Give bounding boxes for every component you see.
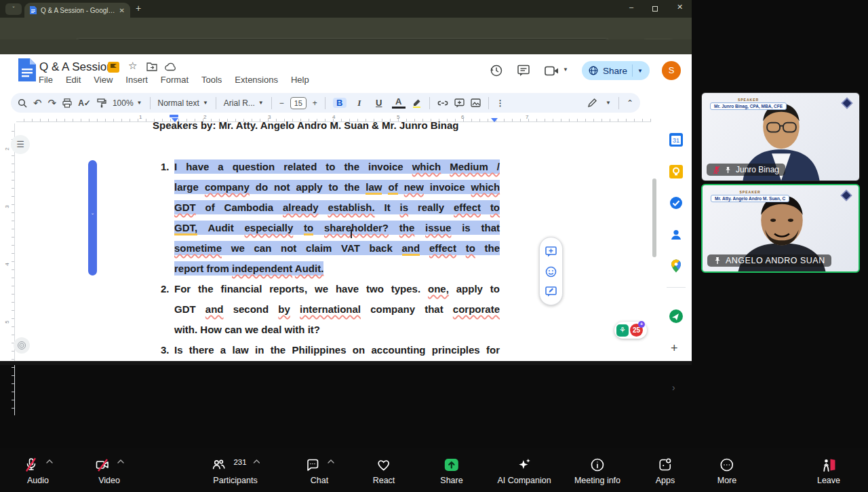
document-heading[interactable]: Speakers by: Mr. Atty. Angelo Andro M. S… (153, 119, 458, 131)
keep-icon[interactable] (669, 164, 684, 179)
meet-camera-icon[interactable] (545, 66, 559, 76)
bold-button[interactable]: B (333, 98, 347, 108)
zoom-apps-button[interactable]: Apps (656, 455, 675, 485)
share-dropdown-icon[interactable]: ▼ (637, 68, 643, 74)
undo-icon[interactable]: ↶ (33, 97, 42, 109)
zoom-react-button[interactable]: React (373, 455, 395, 485)
document-status-icon[interactable] (108, 62, 119, 73)
right-indent-marker[interactable] (491, 118, 498, 122)
font-size-decrease[interactable]: − (279, 98, 284, 108)
zoom-participants-button[interactable]: 231Participants (210, 455, 260, 485)
comments-icon[interactable] (517, 64, 530, 77)
document-line[interactable]: For the financial reports, we have two t… (174, 279, 500, 299)
docs-menu-extensions[interactable]: Extensions (235, 75, 278, 85)
document-title[interactable]: Q & A Session (39, 60, 113, 74)
version-history-icon[interactable] (490, 64, 503, 77)
share-button[interactable]: Share ▼ (582, 61, 650, 80)
chevron-up-icon[interactable] (117, 459, 124, 463)
video-tile-junro-binag[interactable]: SPEAKER Mr. Junro Binag, CPA, MBA, CFE J… (701, 92, 860, 181)
move-folder-icon[interactable] (146, 62, 157, 71)
video-tile-angelo-andro-suan[interactable]: SPEAKER Mr. Atty. Angelo Andro M. Suan, … (701, 184, 860, 273)
tab-search-button[interactable]: ˇ (5, 3, 22, 15)
search-icon[interactable] (18, 98, 27, 108)
docs-menu-format[interactable]: Format (161, 75, 189, 85)
italic-button[interactable]: I (353, 98, 366, 109)
zoom-more-button[interactable]: More (717, 455, 736, 485)
addon-icon[interactable] (669, 309, 684, 324)
zoom-share-button[interactable]: Share (440, 455, 462, 485)
collapse-toolbar-icon[interactable]: ⌃ (627, 98, 633, 108)
editing-mode-dropdown-icon[interactable]: ▼ (606, 100, 611, 106)
docs-menu-help[interactable]: Help (291, 75, 309, 85)
underline-button[interactable]: U (372, 98, 386, 108)
add-comment-fab-icon[interactable] (545, 246, 557, 257)
docs-menu-file[interactable]: File (39, 75, 53, 85)
document-line[interactable]: large company do not apply to the law of… (174, 177, 500, 197)
docs-menu-insert[interactable]: Insert (125, 75, 148, 85)
document-line[interactable]: GDT, Audit especially to shareholder? th… (174, 218, 500, 238)
document-line[interactable]: GDT and second by international company … (174, 299, 500, 320)
editing-mode-icon[interactable] (587, 98, 597, 108)
divider (150, 97, 151, 109)
hide-side-panel-icon[interactable]: › (672, 382, 675, 393)
chevron-up-icon[interactable] (46, 459, 53, 463)
calendar-icon[interactable]: 31 (669, 132, 684, 147)
redo-icon[interactable]: ↷ (48, 97, 57, 109)
add-comment-icon[interactable] (454, 98, 465, 108)
zoom-meeting-info-button[interactable]: Meeting info (574, 455, 620, 485)
selection-scroll-indicator[interactable]: ˇ (88, 160, 97, 276)
docs-account-avatar[interactable]: S (662, 61, 681, 80)
font-size-field[interactable]: 15 (290, 97, 307, 109)
suggest-edits-fab-icon[interactable] (545, 286, 557, 297)
maps-icon[interactable] (669, 259, 684, 273)
cloud-status-icon[interactable] (165, 62, 177, 71)
paragraph-style-select[interactable]: Normal text▼ (158, 98, 208, 108)
print-icon[interactable] (62, 98, 72, 108)
document-line[interactable]: sometime we can not claim VAT back and e… (174, 238, 500, 259)
zoom-ai-companion-button[interactable]: AI Companion (497, 455, 551, 485)
window-minimize-button[interactable]: – (629, 3, 633, 11)
star-icon[interactable]: ☆ (128, 60, 137, 72)
document-line[interactable]: I have a question related to the invoice… (174, 157, 500, 177)
extension-widget[interactable] (14, 337, 30, 354)
paint-format-icon[interactable] (97, 98, 106, 108)
tasks-icon[interactable] (669, 195, 684, 210)
window-maximize-button[interactable] (652, 5, 658, 13)
insert-link-icon[interactable] (437, 98, 448, 108)
new-tab-button[interactable]: + (136, 3, 141, 14)
toolbar-overflow-icon[interactable]: ⋮ (496, 98, 505, 108)
document-line[interactable]: GDT of Cambodia already establish. It is… (174, 197, 500, 218)
zoom-video-button[interactable]: Video (94, 455, 124, 485)
zoom-audio-button[interactable]: Audio (23, 455, 53, 485)
font-select[interactable]: Arial R...▼ (224, 98, 264, 108)
emoji-reaction-fab-icon[interactable] (545, 266, 557, 278)
insert-image-icon[interactable] (471, 98, 481, 107)
contacts-icon[interactable] (669, 227, 684, 242)
zoom-chat-button[interactable]: Chat (304, 455, 334, 485)
document-outline-button[interactable]: ☰ (11, 135, 30, 154)
docs-menu-tools[interactable]: Tools (201, 75, 222, 85)
highlight-color-icon[interactable] (412, 98, 422, 108)
chevron-up-icon[interactable] (328, 459, 334, 463)
tab-close-icon[interactable]: ✕ (119, 7, 125, 14)
document-line[interactable]: report from independent Audit. (174, 259, 500, 279)
vertical-ruler[interactable] (7, 124, 15, 415)
browser-tab[interactable]: Q & A Session - Google Docs ✕ (24, 3, 130, 18)
document-line[interactable]: with. How can we deal with it? (174, 320, 500, 340)
camera-dropdown-icon[interactable]: ▼ (563, 67, 568, 73)
google-docs-logo[interactable] (18, 58, 36, 81)
docs-menu-view[interactable]: View (94, 75, 113, 85)
font-size-increase[interactable]: + (313, 98, 317, 108)
window-close-button[interactable]: ✕ (677, 3, 683, 12)
text-color-button[interactable]: A (392, 97, 406, 109)
document-line[interactable]: Is there a law in the Philippines on acc… (174, 340, 500, 360)
get-addons-button[interactable]: + (671, 341, 678, 356)
left-indent-marker[interactable] (170, 115, 178, 117)
chevron-up-icon[interactable] (254, 459, 260, 463)
docs-menu-edit[interactable]: Edit (66, 75, 81, 85)
zoom-select[interactable]: 100%▼ (113, 98, 142, 108)
spellcheck-icon[interactable]: A✓ (78, 98, 91, 108)
suggestions-widget[interactable]: ⚘ 25 + (614, 322, 647, 339)
document-scrollbar[interactable] (652, 178, 656, 257)
zoom-leave-button[interactable]: Leave (817, 455, 840, 485)
